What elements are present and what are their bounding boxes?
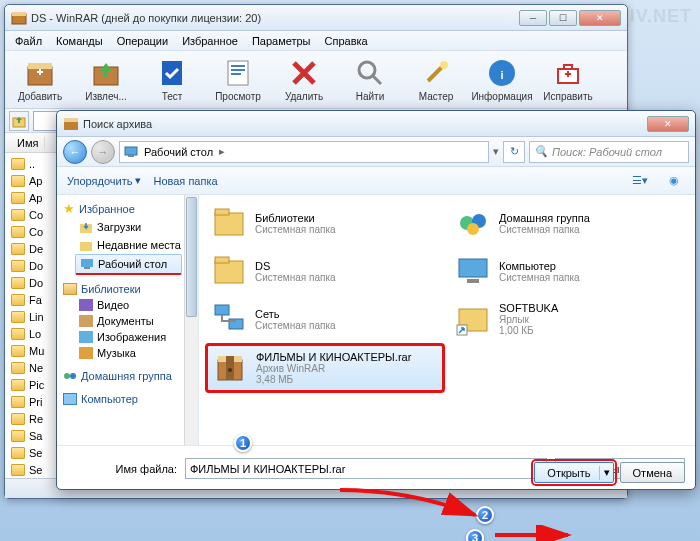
tb-repair[interactable]: Исправить: [539, 57, 597, 102]
svg-rect-10: [231, 69, 245, 71]
svg-point-13: [440, 61, 448, 69]
menu-parameters[interactable]: Параметры: [246, 33, 317, 49]
content-pane: БиблиотекиСистемная папка Домашняя групп…: [199, 195, 695, 445]
folder-icon: [11, 192, 25, 204]
close-button[interactable]: ✕: [579, 10, 621, 26]
svg-rect-35: [215, 213, 243, 235]
nav-documents[interactable]: Документы: [59, 313, 196, 329]
star-icon: ★: [63, 201, 75, 216]
nav-homegroup[interactable]: Домашняя группа: [59, 367, 196, 385]
minimize-button[interactable]: ─: [519, 10, 547, 26]
dialog-navbar: ← → Рабочий стол ▸ ▾ ↻ 🔍 Поиск: Рабочий …: [57, 137, 695, 167]
nav-pictures[interactable]: Изображения: [59, 329, 196, 345]
annotation-badge-2: 2: [476, 506, 494, 524]
filename-label: Имя файла:: [67, 463, 177, 475]
computer-icon: [63, 393, 77, 405]
dialog-close-button[interactable]: ✕: [647, 116, 689, 132]
folder-icon: [211, 253, 247, 289]
col-name[interactable]: Имя: [11, 137, 45, 149]
folder-icon: [11, 345, 25, 357]
refresh-button[interactable]: ↻: [503, 141, 525, 163]
annotation-badge-3: 3: [466, 529, 484, 541]
up-button[interactable]: [9, 111, 29, 131]
menu-operations[interactable]: Операции: [111, 33, 174, 49]
open-button[interactable]: Открыть▾: [534, 462, 613, 483]
svg-rect-24: [128, 155, 134, 157]
nav-back-button[interactable]: ←: [63, 140, 87, 164]
tb-add[interactable]: Добавить: [11, 57, 69, 102]
help-button[interactable]: ◉: [663, 172, 685, 190]
crumb-desktop[interactable]: Рабочий стол: [140, 146, 217, 158]
browse-dialog: Поиск архива ✕ ← → Рабочий стол ▸ ▾ ↻ 🔍 …: [56, 110, 696, 490]
svg-rect-3: [28, 63, 52, 69]
newfolder-button[interactable]: Новая папка: [153, 175, 217, 187]
organize-menu[interactable]: Упорядочить ▾: [67, 174, 141, 187]
maximize-button[interactable]: ☐: [549, 10, 577, 26]
nav-favorites[interactable]: ★Избранное: [59, 199, 196, 218]
rar-icon: [212, 350, 248, 386]
svg-rect-30: [79, 315, 93, 327]
svg-rect-28: [84, 267, 90, 269]
folder-icon: [11, 294, 25, 306]
item-homegroup[interactable]: Домашняя группаСистемная папка: [451, 201, 687, 245]
folder-icon: [11, 311, 25, 323]
item-computer[interactable]: КомпьютерСистемная папка: [451, 249, 687, 293]
nav-pane: ★Избранное Загрузки Недавние места Рабоч…: [57, 195, 199, 445]
tb-find[interactable]: Найти: [341, 57, 399, 102]
menu-commands[interactable]: Команды: [50, 33, 109, 49]
menu-help[interactable]: Справка: [319, 33, 374, 49]
app-icon: [11, 10, 27, 26]
folder-icon: [11, 379, 25, 391]
chevron-down-icon[interactable]: ▾: [493, 145, 499, 158]
tb-info[interactable]: iИнформация: [473, 57, 531, 102]
svg-rect-22: [64, 118, 78, 122]
archive-icon: [63, 116, 79, 132]
item-libraries[interactable]: БиблиотекиСистемная папка: [207, 201, 443, 245]
view-button[interactable]: ☰▾: [629, 172, 651, 190]
network-icon: [211, 301, 247, 337]
chevron-right-icon[interactable]: ▸: [219, 145, 225, 158]
chevron-down-icon[interactable]: ▾: [604, 466, 610, 479]
svg-rect-23: [125, 147, 137, 155]
item-ds[interactable]: DSСистемная папка: [207, 249, 443, 293]
main-titlebar[interactable]: DS - WinRAR (дней до покупки лицензии: 2…: [5, 5, 627, 31]
cancel-button[interactable]: Отмена: [620, 462, 685, 483]
svg-rect-32: [79, 347, 93, 359]
tb-delete[interactable]: Удалить: [275, 57, 333, 102]
nav-downloads[interactable]: Загрузки: [59, 218, 196, 236]
menu-file[interactable]: Файл: [9, 33, 48, 49]
tb-wizard[interactable]: Мастер: [407, 57, 465, 102]
nav-music[interactable]: Музыка: [59, 345, 196, 361]
svg-rect-43: [467, 279, 479, 283]
annotation-badge-1: 1: [234, 434, 252, 452]
svg-rect-19: [567, 71, 569, 77]
nav-desktop[interactable]: Рабочий стол: [75, 254, 182, 275]
tb-test[interactable]: Тест: [143, 57, 201, 102]
folder-icon: [11, 362, 25, 374]
svg-rect-42: [459, 259, 487, 277]
nav-computer[interactable]: Компьютер: [59, 391, 196, 407]
computer-icon: [455, 253, 491, 289]
tb-extract[interactable]: Извлеч...: [77, 57, 135, 102]
item-rar-selected[interactable]: ФИЛЬМЫ И КИНОАКТЕРЫ.rarАрхив WinRAR3,48 …: [207, 345, 443, 391]
breadcrumb[interactable]: Рабочий стол ▸: [119, 141, 489, 163]
filename-input[interactable]: ФИЛЬМЫ И КИНОАКТЕРЫ.rar▾: [185, 458, 547, 479]
folder-icon: [11, 243, 25, 255]
nav-forward-button[interactable]: →: [91, 140, 115, 164]
nav-scrollbar[interactable]: [184, 195, 198, 445]
item-network[interactable]: СетьСистемная папка: [207, 297, 443, 341]
nav-video[interactable]: Видео: [59, 297, 196, 313]
search-input[interactable]: 🔍 Поиск: Рабочий стол: [529, 141, 689, 163]
nav-recent[interactable]: Недавние места: [59, 236, 196, 254]
svg-rect-40: [215, 261, 243, 283]
folder-icon: [11, 396, 25, 408]
item-softbuka[interactable]: SOFTBUKAЯрлык1,00 КБ: [451, 297, 687, 341]
svg-rect-1: [12, 12, 26, 16]
nav-libraries[interactable]: Библиотеки: [59, 281, 196, 297]
tb-view[interactable]: Просмотр: [209, 57, 267, 102]
menu-favorites[interactable]: Избранное: [176, 33, 244, 49]
folder-icon: [11, 175, 25, 187]
dialog-titlebar[interactable]: Поиск архива ✕: [57, 111, 695, 137]
folder-icon: [11, 277, 25, 289]
svg-point-34: [70, 373, 76, 379]
